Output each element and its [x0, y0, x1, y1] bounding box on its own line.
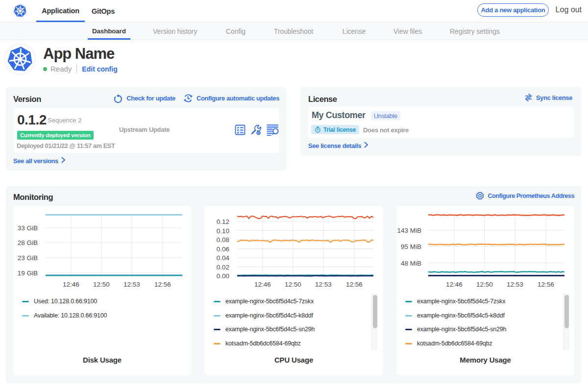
svg-text:19 GiB: 19 GiB	[18, 269, 38, 277]
svg-text:12:46: 12:46	[63, 281, 79, 288]
svg-text:12:56: 12:56	[346, 281, 363, 288]
svg-text:12:50: 12:50	[93, 281, 110, 288]
svg-text:12:50: 12:50	[285, 281, 301, 288]
svg-text:12:53: 12:53	[123, 281, 140, 288]
svg-text:12:53: 12:53	[507, 281, 523, 288]
svg-text:12:56: 12:56	[538, 281, 554, 288]
svg-text:0.04: 0.04	[217, 254, 230, 262]
svg-text:0.02: 0.02	[217, 264, 229, 271]
svg-text:12:46: 12:46	[446, 281, 463, 288]
svg-text:143 MiB: 143 MiB	[397, 227, 421, 234]
svg-text:12:53: 12:53	[315, 281, 332, 288]
svg-text:0.06: 0.06	[217, 245, 229, 253]
svg-text:0.08: 0.08	[217, 236, 229, 244]
svg-text:0.00: 0.00	[217, 272, 229, 280]
svg-text:12:50: 12:50	[476, 281, 493, 288]
svg-text:28 GiB: 28 GiB	[18, 239, 38, 246]
svg-text:33 GiB: 33 GiB	[18, 224, 38, 232]
svg-text:23 GiB: 23 GiB	[18, 254, 38, 262]
svg-text:48 MiB: 48 MiB	[401, 260, 421, 267]
svg-text:0.10: 0.10	[217, 227, 229, 235]
svg-text:12:46: 12:46	[254, 281, 271, 288]
svg-text:12:56: 12:56	[154, 281, 171, 288]
svg-text:0.12: 0.12	[217, 218, 229, 225]
svg-text:95 MiB: 95 MiB	[401, 243, 421, 250]
